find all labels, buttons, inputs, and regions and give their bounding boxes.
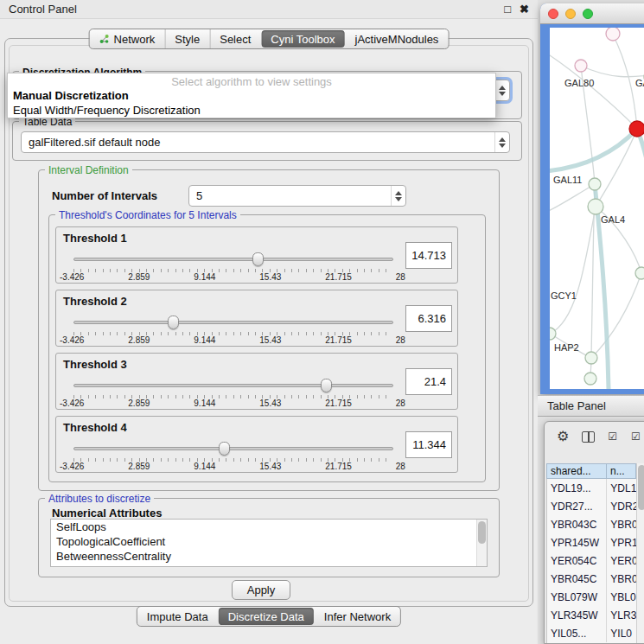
table-cell[interactable]: YPR1 xyxy=(607,533,636,552)
network-node[interactable] xyxy=(635,267,644,279)
network-node[interactable] xyxy=(588,199,603,214)
network-node-selected[interactable] xyxy=(629,121,644,137)
table-cell[interactable]: YDR2 xyxy=(607,497,636,515)
threshold-2-value-field[interactable]: 6.316 xyxy=(405,305,452,332)
network-node[interactable] xyxy=(585,352,597,364)
scale-label: 21.715 xyxy=(325,462,352,471)
tab-select[interactable]: Select xyxy=(209,29,260,48)
table-row[interactable]: YPR145WYPR1 xyxy=(547,533,636,552)
minimize-traffic-light-icon[interactable] xyxy=(565,9,576,19)
slider-thumb[interactable] xyxy=(168,316,179,329)
algorithm-dropdown-popup: Select algorithm to view settings Manual… xyxy=(7,73,496,118)
gear-icon[interactable]: ⚙ xyxy=(557,430,569,443)
slider-track[interactable] xyxy=(73,321,393,324)
table-cell[interactable]: YIL05... xyxy=(547,624,607,642)
scale-label: -3.426 xyxy=(60,399,84,408)
combo-stepper-icon[interactable] xyxy=(391,186,405,206)
threshold-3-panel: Threshold 3 -3.426 2.859 9.144 15.43 21.… xyxy=(55,353,458,410)
tab-label: Cyni Toolbox xyxy=(271,33,335,46)
combo-stepper-icon[interactable] xyxy=(494,132,509,152)
table-row[interactable]: YBR045CYBR0 xyxy=(547,570,636,588)
network-edge xyxy=(550,52,637,129)
combo-stepper-icon[interactable] xyxy=(494,80,509,100)
table-cell[interactable]: YLR3 xyxy=(607,606,636,624)
threshold-4-value-field[interactable]: 11.344 xyxy=(405,431,452,458)
table-row[interactable]: YER054CYER0 xyxy=(547,552,636,570)
close-icon[interactable]: ✖ xyxy=(520,3,529,15)
numerical-attributes-list[interactable]: SelfLoops TopologicalCoefficient Between… xyxy=(50,519,488,567)
threshold-1-slider[interactable] xyxy=(73,252,393,267)
scrollbar-thumb[interactable] xyxy=(638,465,644,510)
popup-option-manual-discretization[interactable]: Manual Discretization xyxy=(8,88,495,103)
close-traffic-light-icon[interactable] xyxy=(548,9,558,19)
scrollbar-thumb[interactable] xyxy=(478,521,486,544)
slider-track[interactable] xyxy=(73,384,393,387)
list-item[interactable]: SelfLoops xyxy=(51,520,487,534)
zoom-traffic-light-icon[interactable] xyxy=(583,9,593,19)
tab-jactivemnodules[interactable]: jActiveMNodules xyxy=(346,29,449,48)
table-row[interactable]: YIL05...YIL0 xyxy=(547,624,636,642)
slider-track[interactable] xyxy=(73,258,393,261)
tab-label: Impute Data xyxy=(147,610,208,623)
columns-icon[interactable] xyxy=(582,431,595,443)
table-cell[interactable]: YDR27... xyxy=(547,497,607,515)
table-cell[interactable]: YBR0 xyxy=(607,570,636,588)
tab-label: Select xyxy=(220,33,251,46)
checkbox-icon[interactable]: ☑ xyxy=(608,431,618,442)
table-cell[interactable]: YBL079W xyxy=(547,588,607,606)
float-window-icon[interactable]: □ xyxy=(504,3,511,15)
tab-discretize-data[interactable]: Discretize Data xyxy=(219,608,314,625)
table-cell[interactable]: YBR045C xyxy=(547,570,607,588)
tab-infer-network[interactable]: Infer Network xyxy=(315,607,400,626)
network-node[interactable] xyxy=(584,373,596,385)
table-cell[interactable]: YLR345W xyxy=(547,606,607,624)
network-canvas[interactable]: GAL80 GA GAL11 GAL4 GCY1 HAP2 xyxy=(550,28,644,389)
network-node[interactable] xyxy=(575,60,587,72)
threshold-3-slider[interactable] xyxy=(73,378,393,393)
table-row[interactable]: YBL079WYBL0 xyxy=(547,588,636,606)
network-node[interactable] xyxy=(589,178,601,190)
table-cell[interactable]: YBL0 xyxy=(607,588,636,606)
table-data-combobox[interactable]: galFiltered.sif default node xyxy=(21,131,510,153)
threshold-2-slider[interactable] xyxy=(73,315,393,330)
tab-cyni-toolbox[interactable]: Cyni Toolbox xyxy=(261,30,344,48)
slider-thumb[interactable] xyxy=(219,442,230,456)
slider-thumb[interactable] xyxy=(252,252,264,266)
table-scrollbar[interactable] xyxy=(636,463,644,643)
table-cell[interactable]: YBR0 xyxy=(607,515,636,533)
table-cell[interactable]: YIL0 xyxy=(607,624,636,642)
table-cell[interactable]: YDL19... xyxy=(547,479,607,497)
table-row[interactable]: YDL19...YDL1 xyxy=(547,479,636,497)
tab-network[interactable]: Network xyxy=(90,29,165,48)
table-row[interactable]: YDR27...YDR2 xyxy=(547,497,636,515)
table-row[interactable]: YBR043CYBR0 xyxy=(547,515,636,533)
checkbox-icon[interactable]: ☑ xyxy=(631,431,641,442)
network-node[interactable] xyxy=(550,328,556,340)
column-header-name[interactable]: n... xyxy=(607,463,636,479)
column-header-shared-name[interactable]: shared... xyxy=(546,463,607,479)
slider-thumb[interactable] xyxy=(321,379,332,392)
table-row[interactable]: YLR345WYLR3 xyxy=(547,606,636,624)
table-cell[interactable]: YBR043C xyxy=(547,515,607,533)
network-node[interactable] xyxy=(606,28,620,41)
table-cell[interactable]: YPR145W xyxy=(547,533,607,552)
tab-style[interactable]: Style xyxy=(164,29,209,48)
list-item[interactable]: BetweennessCentrality xyxy=(51,549,487,564)
threshold-1-label: Threshold 1 xyxy=(63,232,127,245)
popup-option-equal-width-frequency[interactable]: Equal Width/Frequency Discretization xyxy=(8,103,495,118)
numerical-attributes-label: Numerical Attributes xyxy=(52,507,162,520)
list-item[interactable]: TopologicalCoefficient xyxy=(51,534,487,549)
tab-label: Style xyxy=(175,33,200,46)
slider-track[interactable] xyxy=(73,447,393,450)
threshold-4-slider[interactable] xyxy=(73,441,393,456)
tab-label: Infer Network xyxy=(324,610,391,623)
threshold-1-value-field[interactable]: 14.713 xyxy=(405,242,452,269)
table-cell[interactable]: YER054C xyxy=(547,552,607,570)
list-scrollbar[interactable] xyxy=(476,520,487,566)
tab-impute-data[interactable]: Impute Data xyxy=(137,607,218,626)
apply-button[interactable]: Apply xyxy=(232,580,290,600)
table-cell[interactable]: YER0 xyxy=(607,552,636,570)
threshold-3-value-field[interactable]: 21.4 xyxy=(405,368,452,395)
table-cell[interactable]: YDL1 xyxy=(607,479,636,497)
number-of-intervals-combobox[interactable]: 5 xyxy=(188,185,406,207)
